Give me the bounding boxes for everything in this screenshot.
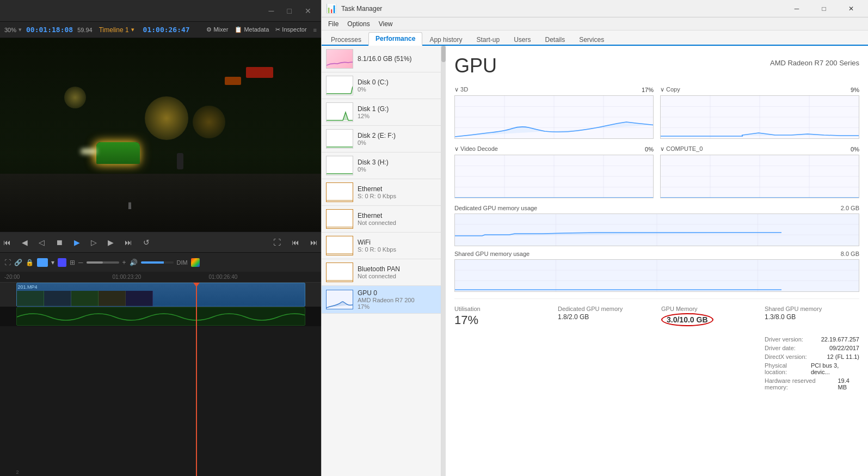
- menu-file[interactable]: File: [324, 19, 343, 29]
- tab-users[interactable]: Users: [507, 33, 538, 46]
- loop-btn[interactable]: ↺: [140, 236, 153, 249]
- ethernet1-subtext: S: 0 R: 0 Kbps: [358, 193, 436, 199]
- chart-compute0-pct: 0%: [851, 146, 859, 152]
- video-clip[interactable]: 201.MP4: [16, 283, 305, 307]
- close-editor-btn[interactable]: ✕: [299, 4, 317, 17]
- device-item-wifi[interactable]: WiFi S: 0 R: 0 Kbps: [322, 233, 441, 259]
- device-item-ethernet1[interactable]: Ethernet S: 0 R: 0 Kbps: [322, 179, 441, 206]
- zoom-slider[interactable]: [87, 261, 119, 264]
- timecode-current[interactable]: 00:01:18:08: [26, 26, 73, 34]
- playhead[interactable]: [196, 283, 197, 476]
- audio-clip[interactable]: [16, 307, 305, 326]
- tm-window-buttons: ─ □ ✕: [784, 0, 864, 17]
- wifi-name: WiFi: [358, 239, 436, 246]
- more-options-btn[interactable]: ≡: [313, 27, 317, 33]
- timeline-chevron-icon[interactable]: ▾: [131, 26, 134, 33]
- physical-loc-value: PCI bus 3, devic...: [811, 362, 859, 375]
- device-item-gpu0[interactable]: GPU 0 AMD Radeon R7 200 17%: [322, 286, 441, 314]
- plus-icon[interactable]: +: [122, 259, 126, 266]
- chart-3d-pct: 17%: [642, 87, 654, 93]
- rewind-to-start-btn[interactable]: ⏮: [0, 236, 14, 249]
- next-clip-btn[interactable]: ⏭: [307, 236, 321, 249]
- gpu-model: AMD Radeon R7 200 Series: [770, 54, 859, 67]
- fullscreen-btn[interactable]: ⛶: [270, 236, 284, 249]
- chart-copy-pct: 9%: [851, 87, 859, 93]
- disk1-thumbnail: [326, 102, 353, 122]
- dedicated-mem-stat-value: 1.8/2.0 GB: [558, 313, 652, 321]
- chevron-down-icon[interactable]: ▾: [19, 26, 22, 33]
- tab-performance[interactable]: Performance: [368, 32, 422, 46]
- tm-close-btn[interactable]: ✕: [839, 0, 864, 17]
- device-item-disk3[interactable]: Disk 3 (H:) 0%: [322, 152, 441, 179]
- device-item-disk2[interactable]: Disk 2 (E: F:) 0%: [322, 126, 441, 152]
- metadata-btn[interactable]: 📋 Metadata: [235, 26, 269, 33]
- tab-startup[interactable]: Start-up: [469, 33, 507, 46]
- minimize-btn[interactable]: ─: [263, 4, 280, 17]
- color-scope-icon[interactable]: [191, 258, 200, 267]
- memory-name: 8.1/16.0 GB (51%): [358, 55, 436, 63]
- tm-minimize-btn[interactable]: ─: [784, 0, 809, 17]
- tm-tabs: Processes Performance App history Start-…: [322, 30, 868, 46]
- device-list-scrollbar[interactable]: [441, 46, 446, 476]
- color-swatch2[interactable]: [58, 258, 66, 267]
- tab-services[interactable]: Services: [572, 33, 611, 46]
- disk2-subtext: 0%: [358, 139, 436, 146]
- prev-clip-btn[interactable]: ⏮: [288, 236, 303, 249]
- link-icon[interactable]: 🔗: [14, 259, 22, 266]
- shared-mem-label: Shared GPU memory usage: [454, 251, 530, 257]
- next-frame-btn[interactable]: ▷: [88, 236, 100, 249]
- mixer-btn[interactable]: ⚙ Mixer: [206, 26, 228, 33]
- ethernet1-name: Ethernet: [358, 185, 436, 193]
- editor-panel: ─ □ ✕ 30% ▾ 00:01:18:08 59.94 Timeline 1…: [0, 0, 321, 476]
- chart-3d-box: [454, 95, 654, 139]
- device-item-ethernet2[interactable]: Ethernet Not connected: [322, 206, 441, 233]
- color-swatch[interactable]: [37, 258, 48, 267]
- gpu0-thumbnail: [326, 290, 353, 309]
- tab-processes[interactable]: Processes: [324, 33, 368, 46]
- driver-version-label: Driver version:: [765, 336, 803, 343]
- step-back-btn[interactable]: ◀: [19, 236, 31, 249]
- tm-maximize-btn[interactable]: □: [811, 0, 836, 17]
- maximize-btn[interactable]: □: [282, 4, 297, 17]
- device-item-disk0[interactable]: Disk 0 (C:) 0%: [322, 72, 441, 99]
- gpu0-name: GPU 0: [358, 289, 436, 297]
- volume-slider[interactable]: [141, 261, 174, 264]
- shared-mem-stat-label: Shared GPU memory: [765, 306, 859, 312]
- stop-btn[interactable]: ⏹: [52, 236, 66, 249]
- menu-options[interactable]: Options: [343, 19, 374, 29]
- scroll-thumb[interactable]: [441, 46, 446, 62]
- disk3-name: Disk 3 (H:): [358, 158, 436, 166]
- menu-view[interactable]: View: [374, 19, 397, 29]
- skip-to-end-btn[interactable]: ⏭: [121, 236, 136, 249]
- shared-mem-max: 8.0 GB: [841, 251, 859, 257]
- gpu0-pct: 17%: [358, 303, 436, 310]
- timeline-name[interactable]: Timeline 1: [99, 26, 129, 34]
- gpu-memory-value: 3.0/10.0 GB: [661, 313, 713, 326]
- step-fwd-btn[interactable]: ▶: [104, 236, 117, 249]
- prev-frame-btn[interactable]: ◁: [35, 236, 48, 249]
- volume-icon[interactable]: 🔊: [130, 259, 138, 266]
- timeline-track-audio: [0, 307, 321, 326]
- driver-date-label: Driver date:: [765, 345, 796, 351]
- disk0-subtext: 0%: [358, 86, 436, 93]
- device-item-bluetooth[interactable]: Bluetooth PAN Not connected: [322, 259, 441, 286]
- play-btn[interactable]: ▶: [71, 236, 83, 249]
- device-item-memory[interactable]: 8.1/16.0 GB (51%): [322, 46, 441, 72]
- timeline-track-1: 201.MP4: [0, 283, 321, 307]
- memory-thumbnail: [326, 49, 353, 69]
- tab-app-history[interactable]: App history: [422, 33, 469, 46]
- timecode-out[interactable]: 01:00:26:47: [143, 26, 190, 34]
- tab-details[interactable]: Details: [538, 33, 572, 46]
- bluetooth-thumbnail: [326, 263, 353, 282]
- directx-label: DirectX version:: [765, 353, 807, 360]
- device-item-disk1[interactable]: Disk 1 (G:) 12%: [322, 99, 441, 126]
- lock-icon[interactable]: 🔒: [26, 259, 34, 266]
- editor-topbar: ─ □ ✕: [0, 0, 321, 22]
- grid-icon[interactable]: ⊞: [70, 259, 75, 266]
- chart-3d-label: ∨ 3D: [454, 86, 468, 93]
- clip-icon[interactable]: ⛶: [4, 259, 11, 266]
- minus-icon[interactable]: ─: [78, 259, 83, 266]
- chevron-icon2[interactable]: ▾: [51, 259, 54, 266]
- dedicated-mem-section: Dedicated GPU memory usage 2.0 GB: [454, 205, 859, 246]
- inspector-btn[interactable]: ✂ Inspector: [275, 26, 306, 33]
